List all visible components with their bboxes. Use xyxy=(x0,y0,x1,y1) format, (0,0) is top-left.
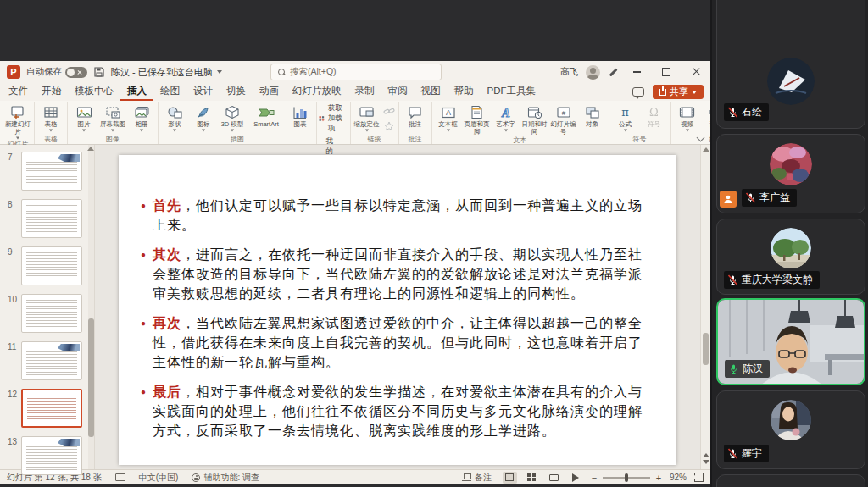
thumbnail-scrollbar[interactable] xyxy=(88,145,94,469)
picture-button[interactable]: 图片 xyxy=(70,102,98,132)
powerpoint-logo-icon: P xyxy=(7,65,20,79)
bullet-dot-icon: ● xyxy=(141,196,147,235)
get-addins-button[interactable]: 获取加载项 xyxy=(319,103,348,134)
shapes-icon xyxy=(167,104,183,120)
tab-animations[interactable]: 动画 xyxy=(253,82,286,101)
header-footer-button[interactable]: 页眉和页脚 xyxy=(463,102,492,136)
share-button[interactable]: 共享 xyxy=(653,85,704,99)
participant-avatar xyxy=(771,400,811,440)
save-icon[interactable] xyxy=(93,66,105,78)
participant-tile-partial[interactable] xyxy=(716,474,865,487)
zoom-percentage[interactable]: 92% xyxy=(670,473,687,482)
tab-draw[interactable]: 绘图 xyxy=(153,82,186,101)
chart-button[interactable]: 图表 xyxy=(286,102,314,128)
minimize-button[interactable] xyxy=(626,64,648,80)
notes-icon xyxy=(462,473,471,481)
display-settings-icon[interactable] xyxy=(115,473,125,481)
3d-model-icon xyxy=(225,104,240,120)
fit-to-window-button[interactable] xyxy=(694,473,704,482)
video-button[interactable]: 视频 xyxy=(673,102,702,132)
zoom-control[interactable]: − + xyxy=(591,473,662,483)
zoom-in-button[interactable]: + xyxy=(655,473,662,483)
autosave-control[interactable]: 自动保存 xyxy=(26,66,87,78)
link-button xyxy=(381,104,397,118)
scrollbar-thumb[interactable] xyxy=(703,333,709,365)
account-avatar[interactable] xyxy=(586,65,600,80)
photo-album-button[interactable]: 相册 xyxy=(127,102,156,132)
3d-models-button[interactable]: 3D 模型 xyxy=(218,102,247,132)
participant-tile-active-speaker[interactable]: 陈汉 xyxy=(716,298,865,385)
shapes-button[interactable]: 形状 xyxy=(160,102,189,132)
accessibility-status[interactable]: 辅助功能: 调查 xyxy=(192,472,259,484)
slide-sorter-view-button[interactable] xyxy=(525,472,539,484)
table-button[interactable]: 表格 xyxy=(36,102,65,132)
slideshow-button[interactable] xyxy=(569,472,583,484)
tab-slideshow[interactable]: 幻灯片放映 xyxy=(286,82,348,101)
bullet-item: ● 再次，当代欧陆左翼思想家试图透过爱欲的中介，让主体得以超越一己的整全性，借此… xyxy=(141,313,648,372)
tab-help[interactable]: 帮助 xyxy=(448,82,481,101)
scroll-up-arrow[interactable] xyxy=(703,147,709,152)
zoom-link-button[interactable]: 缩放定位 xyxy=(353,102,381,132)
document-title[interactable]: 陈汉 - 已保存到这台电脑 xyxy=(111,66,222,79)
slide-12[interactable]: ● 首先，他们认定可以赋予一些目标以特定意涵，从而回到一种普遍主义的立场上来。 … xyxy=(119,155,676,465)
new-slide-button[interactable]: 新建幻灯片 xyxy=(3,102,32,140)
tab-review[interactable]: 审阅 xyxy=(381,82,415,101)
account-user-name[interactable]: 高飞 xyxy=(560,66,578,78)
thumbnail-slide-8[interactable]: 8 xyxy=(0,199,94,246)
tab-design[interactable]: 设计 xyxy=(186,82,220,101)
object-button[interactable]: 对象 xyxy=(578,102,607,128)
thumbnail-slide-12-selected[interactable]: 12 xyxy=(0,389,94,436)
normal-view-button[interactable] xyxy=(503,472,517,484)
wordart-button[interactable]: A 艺术字 xyxy=(492,102,520,132)
maximize-button[interactable] xyxy=(655,64,677,80)
icons-button[interactable]: 图标 xyxy=(189,102,218,132)
language-indicator[interactable]: 中文(中国) xyxy=(139,472,179,484)
bullet-dot-icon: ● xyxy=(141,313,147,372)
next-slide-button[interactable] xyxy=(703,460,709,464)
tab-transitions[interactable]: 切换 xyxy=(220,82,253,101)
edit-pencil-icon[interactable] xyxy=(608,67,618,77)
slide-canvas[interactable]: ● 首先，他们认定可以赋予一些目标以特定意涵，从而回到一种普遍主义的立场上来。 … xyxy=(95,145,700,469)
screenshot-icon xyxy=(105,104,121,120)
participant-tile[interactable]: 羅宇 xyxy=(716,390,865,469)
tab-record[interactable]: 录制 xyxy=(348,82,381,101)
date-time-icon xyxy=(527,104,542,120)
participant-tile[interactable]: 重庆大学梁文静 xyxy=(716,219,865,295)
thumbnail-slide-10[interactable]: 10 xyxy=(0,294,94,341)
main-vertical-scrollbar[interactable] xyxy=(700,145,710,469)
tab-home[interactable]: 开始 xyxy=(35,82,68,101)
notes-button[interactable]: 备注 xyxy=(462,472,492,484)
date-time-button[interactable]: 日期和时间 xyxy=(520,102,549,136)
thumbnail-slide-13[interactable]: 13 xyxy=(0,436,94,484)
participant-tile[interactable]: 石绘 xyxy=(716,0,865,129)
tab-insert[interactable]: 插入 xyxy=(120,82,153,101)
video-icon xyxy=(679,104,695,120)
screenshot-button[interactable]: 屏幕截图 xyxy=(98,102,127,132)
comment-button[interactable]: 批注 xyxy=(401,102,430,128)
slide-number-button[interactable]: # 幻灯片编号 xyxy=(549,102,578,136)
equation-button[interactable]: π 公式 xyxy=(611,102,640,132)
zoom-slider[interactable] xyxy=(603,477,650,479)
thumbnail-slide-7[interactable]: 7 xyxy=(0,152,94,199)
tab-file[interactable]: 文件 xyxy=(2,82,35,101)
autosave-toggle[interactable] xyxy=(65,67,87,78)
reading-view-button[interactable] xyxy=(547,472,561,484)
thumbnail-slide-11[interactable]: 11 xyxy=(0,341,94,389)
tab-pdf-tools[interactable]: PDF工具集 xyxy=(481,82,543,101)
participant-tile[interactable]: 李广益 xyxy=(716,134,865,213)
tab-view[interactable]: 视图 xyxy=(415,82,448,101)
smartart-button[interactable]: SmartArt xyxy=(247,102,286,128)
search-box[interactable]: 搜索(Alt+Q) xyxy=(270,64,442,80)
textbox-button[interactable]: A 文本框 xyxy=(434,102,463,132)
thumbnail-slide-9[interactable]: 9 xyxy=(0,246,94,294)
group-addins: 获取加载项 我的加载项 加载项 xyxy=(317,102,351,144)
autosave-label: 自动保存 xyxy=(26,66,62,78)
zoom-slider-knob[interactable] xyxy=(625,473,628,482)
bullet-item: ● 其次，进而言之，在依托一种迂回而非直接介入的手段、期以实现人性乃至社会整体改… xyxy=(141,245,648,303)
previous-slide-button[interactable] xyxy=(703,453,709,457)
comments-icon[interactable] xyxy=(632,87,644,97)
tab-template-center[interactable]: 模板中心 xyxy=(68,82,120,101)
close-button[interactable] xyxy=(685,64,707,80)
bullet-item: ● 首先，他们认定可以赋予一些目标以特定意涵，从而回到一种普遍主义的立场上来。 xyxy=(141,196,648,235)
zoom-out-button[interactable]: − xyxy=(591,473,598,483)
